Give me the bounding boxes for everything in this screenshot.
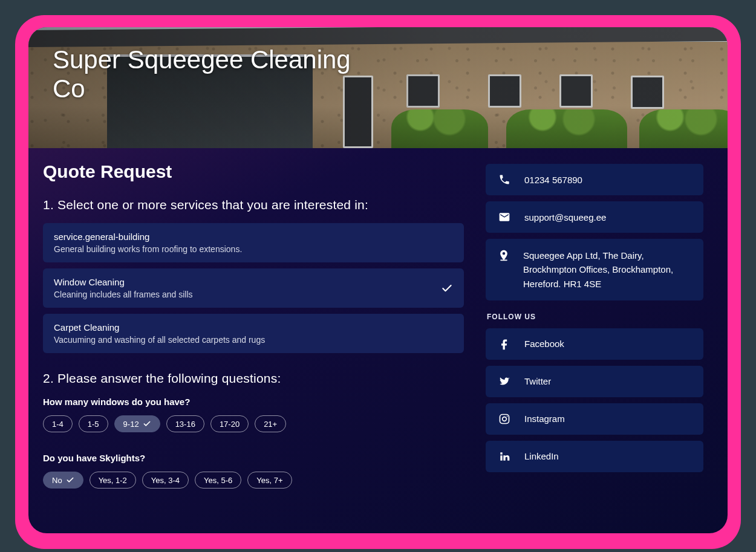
service-label: Carpet Cleaning (54, 322, 265, 333)
service-card[interactable]: service.general-buildingGeneral building… (43, 223, 464, 262)
twitter-icon (498, 375, 511, 388)
contact-address[interactable]: Squeegee App Ltd, The Dairy, Brockhmpton… (486, 239, 703, 300)
option-pill[interactable]: Yes, 3-4 (142, 472, 189, 489)
option-pill[interactable]: No (43, 472, 83, 489)
company-title: Super Squeegee Cleaning Co (53, 45, 367, 104)
follow-us-heading: FOLLOW US (487, 313, 703, 321)
social-name: LinkedIn (524, 451, 559, 461)
option-row: 1-41-59-1213-1617-2021+ (43, 415, 464, 432)
option-text: Yes, 7+ (256, 476, 282, 484)
social-name: Instagram (524, 414, 565, 424)
svg-rect-1 (500, 414, 509, 423)
option-row: NoYes, 1-2Yes, 3-4Yes, 5-6Yes, 7+ (43, 472, 464, 489)
option-pill[interactable]: Yes, 5-6 (195, 472, 241, 489)
page-title: Quote Request (43, 161, 464, 182)
social-link-linkedin[interactable]: LinkedIn (486, 441, 703, 472)
option-text: Yes, 3-4 (151, 476, 180, 484)
check-icon (441, 282, 453, 294)
svg-point-3 (507, 415, 508, 417)
main-column: Quote Request 1. Select one or more serv… (43, 161, 464, 509)
socials-list: FacebookTwitterInstagramLinkedIn (486, 328, 703, 472)
linkedin-icon (498, 450, 511, 463)
option-text: Yes, 5-6 (204, 476, 232, 484)
facebook-icon (498, 338, 511, 350)
check-icon (66, 476, 74, 484)
option-pill[interactable]: 13-16 (166, 415, 204, 432)
option-pill[interactable]: 21+ (255, 415, 286, 432)
question-label: Do you have Skylights? (43, 453, 464, 463)
option-text: 1-4 (52, 420, 64, 428)
phone-icon (498, 174, 511, 186)
social-link-instagram[interactable]: Instagram (486, 403, 703, 435)
svg-point-2 (503, 417, 507, 421)
services-list: service.general-buildingGeneral building… (43, 223, 464, 353)
option-text: Yes, 1-2 (99, 476, 127, 484)
service-description: Cleaning includes all frames and sills (54, 290, 193, 299)
social-name: Twitter (524, 376, 551, 386)
section-1-heading: 1. Select one or more services that you … (43, 198, 464, 212)
questions-list: How many windows do you have?1-41-59-121… (43, 397, 464, 489)
option-text: No (52, 476, 62, 484)
option-pill[interactable]: 1-5 (79, 415, 108, 432)
content-grid: Quote Request 1. Select one or more serv… (28, 148, 728, 533)
service-label: service.general-building (54, 232, 242, 242)
pink-frame: Super Squeegee Cleaning Co Quote Request… (15, 15, 741, 549)
option-pill[interactable]: 1-4 (43, 415, 73, 432)
option-text: 13-16 (175, 420, 195, 428)
contact-email[interactable]: support@squeeg.ee (486, 201, 703, 233)
svg-rect-0 (500, 260, 507, 261)
social-name: Facebook (524, 339, 564, 349)
contact-phone[interactable]: 01234 567890 (486, 164, 703, 195)
service-card[interactable]: Carpet CleaningVacuuming and washing of … (43, 314, 464, 353)
option-pill[interactable]: Yes, 1-2 (90, 472, 136, 489)
option-text: 21+ (264, 420, 277, 428)
service-label: Window Cleaning (54, 277, 193, 287)
sidebar: 01234 567890 support@squeeg.ee Squeegee … (486, 161, 703, 509)
option-pill[interactable]: 9-12 (114, 415, 160, 432)
question-label: How many windows do you have? (43, 397, 464, 407)
option-text: 1-5 (88, 420, 99, 428)
option-text: 9-12 (123, 420, 139, 428)
social-link-twitter[interactable]: Twitter (486, 366, 703, 397)
instagram-icon (498, 413, 511, 425)
location-icon (498, 248, 510, 262)
hero-banner: Super Squeegee Cleaning Co (28, 27, 728, 148)
section-2-heading: 2. Please answer the following questions… (43, 371, 464, 386)
option-text: 17-20 (220, 420, 240, 428)
service-description: Vacuuming and washing of all selected ca… (54, 335, 265, 345)
phone-text: 01234 567890 (524, 175, 582, 185)
service-card[interactable]: Window CleaningCleaning includes all fra… (43, 268, 464, 308)
option-pill[interactable]: Yes, 7+ (247, 472, 292, 489)
address-text: Squeegee App Ltd, The Dairy, Brockhmpton… (523, 248, 691, 291)
check-icon (143, 420, 151, 428)
app-window: Super Squeegee Cleaning Co Quote Request… (28, 27, 728, 533)
service-description: General building works from roofing to e… (54, 244, 242, 254)
email-text: support@squeeg.ee (524, 212, 606, 222)
email-icon (498, 211, 511, 223)
social-link-facebook[interactable]: Facebook (486, 328, 703, 360)
option-pill[interactable]: 17-20 (210, 415, 249, 432)
